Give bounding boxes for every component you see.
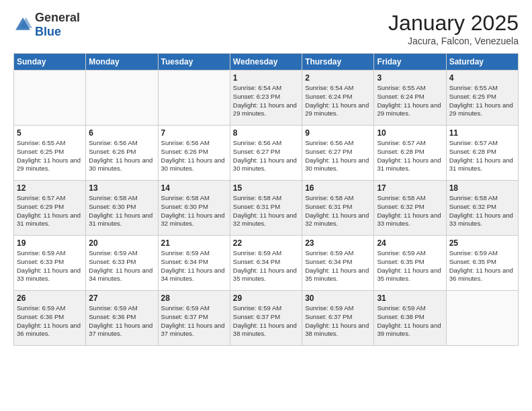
calendar-cell: 23Sunrise: 6:59 AMSunset: 6:34 PMDayligh… [302, 236, 374, 291]
calendar-cell: 12Sunrise: 6:57 AMSunset: 6:29 PMDayligh… [14, 181, 86, 236]
col-header-monday: Monday [86, 54, 158, 71]
day-info: Sunrise: 6:56 AMSunset: 6:26 PMDaylight:… [161, 139, 227, 173]
day-info: Sunrise: 6:55 AMSunset: 6:24 PMDaylight:… [377, 84, 443, 118]
calendar-header-row: SundayMondayTuesdayWednesdayThursdayFrid… [14, 54, 519, 71]
col-header-sunday: Sunday [14, 54, 86, 71]
day-info: Sunrise: 6:59 AMSunset: 6:37 PMDaylight:… [233, 304, 299, 338]
day-number: 7 [161, 128, 227, 138]
logo: General Blue [13, 11, 80, 39]
page: General Blue January 2025 Jacura, Falcon… [0, 0, 532, 411]
logo-blue-text: Blue [35, 25, 61, 38]
day-info: Sunrise: 6:57 AMSunset: 6:28 PMDaylight:… [377, 139, 443, 173]
calendar-cell: 20Sunrise: 6:59 AMSunset: 6:33 PMDayligh… [86, 236, 158, 291]
day-number: 10 [377, 128, 443, 138]
calendar-cell: 2Sunrise: 6:54 AMSunset: 6:24 PMDaylight… [302, 71, 374, 126]
calendar-week-1: 1Sunrise: 6:54 AMSunset: 6:23 PMDaylight… [14, 71, 519, 126]
day-info: Sunrise: 6:59 AMSunset: 6:36 PMDaylight:… [17, 304, 83, 338]
day-info: Sunrise: 6:56 AMSunset: 6:27 PMDaylight:… [305, 139, 371, 173]
day-number: 21 [161, 238, 227, 248]
day-info: Sunrise: 6:58 AMSunset: 6:31 PMDaylight:… [305, 194, 371, 228]
day-info: Sunrise: 6:58 AMSunset: 6:31 PMDaylight:… [233, 194, 299, 228]
calendar-cell: 7Sunrise: 6:56 AMSunset: 6:26 PMDaylight… [158, 126, 230, 181]
calendar-cell: 16Sunrise: 6:58 AMSunset: 6:31 PMDayligh… [302, 181, 374, 236]
day-info: Sunrise: 6:56 AMSunset: 6:26 PMDaylight:… [89, 139, 154, 173]
calendar-cell: 4Sunrise: 6:55 AMSunset: 6:25 PMDaylight… [446, 71, 518, 126]
day-info: Sunrise: 6:58 AMSunset: 6:32 PMDaylight:… [377, 194, 443, 228]
day-number: 17 [377, 183, 443, 193]
calendar-cell: 26Sunrise: 6:59 AMSunset: 6:36 PMDayligh… [14, 291, 86, 346]
day-number: 1 [233, 73, 299, 83]
day-number: 15 [233, 183, 299, 193]
day-number: 6 [89, 128, 154, 138]
calendar-week-5: 26Sunrise: 6:59 AMSunset: 6:36 PMDayligh… [14, 291, 519, 346]
col-header-wednesday: Wednesday [230, 54, 302, 71]
day-number: 26 [17, 293, 83, 303]
calendar-cell: 29Sunrise: 6:59 AMSunset: 6:37 PMDayligh… [230, 291, 302, 346]
day-number: 8 [233, 128, 299, 138]
day-info: Sunrise: 6:58 AMSunset: 6:30 PMDaylight:… [89, 194, 154, 228]
day-info: Sunrise: 6:59 AMSunset: 6:33 PMDaylight:… [89, 249, 154, 283]
calendar-cell: 28Sunrise: 6:59 AMSunset: 6:37 PMDayligh… [158, 291, 230, 346]
day-number: 24 [377, 238, 443, 248]
day-info: Sunrise: 6:56 AMSunset: 6:27 PMDaylight:… [233, 139, 299, 173]
day-number: 27 [89, 293, 154, 303]
day-info: Sunrise: 6:59 AMSunset: 6:35 PMDaylight:… [377, 249, 443, 283]
calendar-cell: 25Sunrise: 6:59 AMSunset: 6:35 PMDayligh… [446, 236, 518, 291]
calendar-cell: 18Sunrise: 6:58 AMSunset: 6:32 PMDayligh… [446, 181, 518, 236]
calendar-cell: 6Sunrise: 6:56 AMSunset: 6:26 PMDaylight… [86, 126, 158, 181]
calendar-cell [158, 71, 230, 126]
calendar-cell: 19Sunrise: 6:59 AMSunset: 6:33 PMDayligh… [14, 236, 86, 291]
day-info: Sunrise: 6:58 AMSunset: 6:30 PMDaylight:… [161, 194, 227, 228]
day-number: 13 [89, 183, 154, 193]
day-info: Sunrise: 6:58 AMSunset: 6:32 PMDaylight:… [449, 194, 515, 228]
day-number: 30 [305, 293, 371, 303]
day-number: 2 [305, 73, 371, 83]
calendar-week-2: 5Sunrise: 6:55 AMSunset: 6:25 PMDaylight… [14, 126, 519, 181]
day-number: 29 [233, 293, 299, 303]
col-header-thursday: Thursday [302, 54, 374, 71]
day-info: Sunrise: 6:54 AMSunset: 6:23 PMDaylight:… [233, 84, 299, 118]
general-blue-icon [13, 15, 32, 34]
calendar-cell: 3Sunrise: 6:55 AMSunset: 6:24 PMDaylight… [374, 71, 446, 126]
calendar-cell [446, 291, 518, 346]
day-number: 14 [161, 183, 227, 193]
calendar-cell: 13Sunrise: 6:58 AMSunset: 6:30 PMDayligh… [86, 181, 158, 236]
calendar-week-3: 12Sunrise: 6:57 AMSunset: 6:29 PMDayligh… [14, 181, 519, 236]
title-block: January 2025 Jacura, Falcon, Venezuela [388, 11, 519, 46]
calendar-cell: 27Sunrise: 6:59 AMSunset: 6:36 PMDayligh… [86, 291, 158, 346]
calendar-cell: 22Sunrise: 6:59 AMSunset: 6:34 PMDayligh… [230, 236, 302, 291]
day-info: Sunrise: 6:59 AMSunset: 6:37 PMDaylight:… [305, 304, 371, 338]
day-number: 23 [305, 238, 371, 248]
day-number: 31 [377, 293, 443, 303]
calendar-cell: 24Sunrise: 6:59 AMSunset: 6:35 PMDayligh… [374, 236, 446, 291]
col-header-tuesday: Tuesday [158, 54, 230, 71]
day-info: Sunrise: 6:55 AMSunset: 6:25 PMDaylight:… [17, 139, 83, 173]
header: General Blue January 2025 Jacura, Falcon… [13, 11, 519, 46]
day-number: 19 [17, 238, 83, 248]
day-number: 20 [89, 238, 154, 248]
day-info: Sunrise: 6:59 AMSunset: 6:38 PMDaylight:… [377, 304, 443, 338]
day-info: Sunrise: 6:59 AMSunset: 6:34 PMDaylight:… [233, 249, 299, 283]
calendar-cell: 11Sunrise: 6:57 AMSunset: 6:28 PMDayligh… [446, 126, 518, 181]
calendar-cell [14, 71, 86, 126]
calendar-week-4: 19Sunrise: 6:59 AMSunset: 6:33 PMDayligh… [14, 236, 519, 291]
calendar-cell: 14Sunrise: 6:58 AMSunset: 6:30 PMDayligh… [158, 181, 230, 236]
calendar-cell: 9Sunrise: 6:56 AMSunset: 6:27 PMDaylight… [302, 126, 374, 181]
calendar-cell: 10Sunrise: 6:57 AMSunset: 6:28 PMDayligh… [374, 126, 446, 181]
location: Jacura, Falcon, Venezuela [388, 36, 519, 46]
logo-general-text: General [35, 11, 80, 24]
day-number: 25 [449, 238, 515, 248]
day-number: 22 [233, 238, 299, 248]
day-info: Sunrise: 6:54 AMSunset: 6:24 PMDaylight:… [305, 84, 371, 118]
day-info: Sunrise: 6:59 AMSunset: 6:37 PMDaylight:… [161, 304, 227, 338]
day-number: 11 [449, 128, 515, 138]
col-header-saturday: Saturday [446, 54, 518, 71]
calendar-cell: 5Sunrise: 6:55 AMSunset: 6:25 PMDaylight… [14, 126, 86, 181]
calendar-cell: 15Sunrise: 6:58 AMSunset: 6:31 PMDayligh… [230, 181, 302, 236]
calendar-cell: 1Sunrise: 6:54 AMSunset: 6:23 PMDaylight… [230, 71, 302, 126]
day-number: 18 [449, 183, 515, 193]
calendar-table: SundayMondayTuesdayWednesdayThursdayFrid… [13, 53, 519, 346]
calendar-cell: 21Sunrise: 6:59 AMSunset: 6:34 PMDayligh… [158, 236, 230, 291]
calendar-cell [86, 71, 158, 126]
calendar-cell: 8Sunrise: 6:56 AMSunset: 6:27 PMDaylight… [230, 126, 302, 181]
